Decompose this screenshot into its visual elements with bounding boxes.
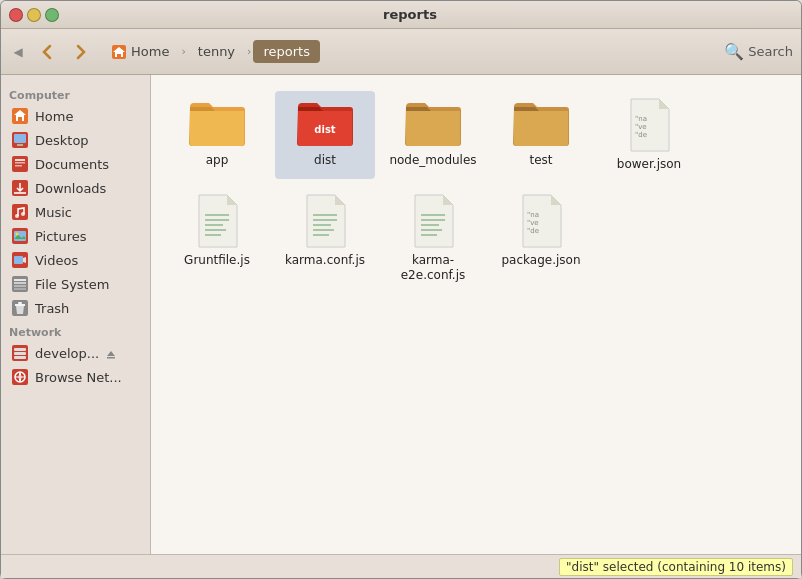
sidebar-documents-label: Documents [35,157,109,172]
downloads-sidebar-icon [11,179,29,197]
folder-icon-app [187,97,247,149]
sidebar-desktop-label: Desktop [35,133,89,148]
sidebar-home-label: Home [35,109,73,124]
svg-rect-18 [14,256,23,264]
svg-text:"na: "na [527,211,539,219]
sidebar-item-pictures[interactable]: Pictures [3,224,148,248]
music-sidebar-icon [11,203,29,221]
svg-rect-29 [14,352,26,355]
sidebar-browsenet-label: Browse Net... [35,370,122,385]
breadcrumb: Home › tenny › reports [101,40,718,64]
file-item-package[interactable]: "na "ve "de package.json [491,187,591,290]
desktop-sidebar-icon [11,131,29,149]
back-button[interactable] [33,38,61,66]
forward-button[interactable] [67,38,95,66]
file-name-app: app [206,153,229,169]
svg-text:"de: "de [527,227,539,235]
file-name-dist: dist [314,153,336,169]
close-button[interactable] [9,8,23,22]
breadcrumb-tenny-label: tenny [198,44,235,59]
svg-rect-6 [15,159,25,161]
sidebar-item-videos[interactable]: Videos [3,248,148,272]
js-icon-karma-conf [301,193,349,249]
sidebar-item-filesystem[interactable]: File System [3,272,148,296]
sidebar-pictures-label: Pictures [35,229,86,244]
file-item-gruntfile[interactable]: Gruntfile.js [167,187,267,290]
svg-rect-30 [14,356,26,359]
sidebar-item-music[interactable]: Music [3,200,148,224]
back-icon [37,42,57,62]
breadcrumb-home[interactable]: Home [101,40,179,64]
documents-sidebar-icon [11,155,29,173]
file-item-dist[interactable]: dist dist [275,91,375,179]
pictures-sidebar-icon [11,227,29,245]
sidebar-item-develop[interactable]: develop... [3,341,148,365]
file-item-test[interactable]: test [491,91,591,179]
sidebar-trash-label: Trash [35,301,69,316]
file-item-karma-conf[interactable]: karma.conf.js [275,187,375,290]
json-icon-package: "na "ve "de [517,193,565,249]
panel-toggle-button[interactable]: ◀ [9,38,27,66]
file-item-karma-e2e[interactable]: karma-e2e.conf.js [383,187,483,290]
main-area: Computer Home Desktop [1,75,801,554]
forward-icon [71,42,91,62]
file-grid: app dist dist [167,91,785,290]
svg-rect-22 [14,285,26,287]
svg-text:dist: dist [314,124,336,135]
svg-rect-4 [17,144,23,146]
toolbar: ◀ Home › tenny › [1,29,801,75]
file-name-gruntfile: Gruntfile.js [184,253,250,269]
folder-icon-node-modules [403,97,463,149]
file-item-node-modules[interactable]: node_modules [383,91,483,179]
svg-text:"ve: "ve [527,219,539,227]
breadcrumb-reports[interactable]: reports [253,40,319,63]
svg-rect-5 [12,156,28,172]
sidebar-downloads-label: Downloads [35,181,106,196]
folder-icon-dist: dist [295,97,355,149]
sidebar-item-documents[interactable]: Documents [3,152,148,176]
breadcrumb-home-label: Home [131,44,169,59]
home-sidebar-icon [11,107,29,125]
sidebar-item-desktop[interactable]: Desktop [3,128,148,152]
file-name-karma-e2e: karma-e2e.conf.js [389,253,477,284]
svg-rect-25 [15,304,25,306]
statusbar: "dist" selected (containing 10 items) [1,554,801,578]
svg-rect-21 [14,282,26,284]
sidebar-item-home[interactable]: Home [3,104,148,128]
titlebar: reports [1,1,801,29]
sidebar-item-downloads[interactable]: Downloads [3,176,148,200]
svg-point-12 [15,214,19,218]
svg-text:"ve: "ve [635,123,647,131]
eject-icon [105,347,117,359]
file-name-node-modules: node_modules [389,153,476,169]
file-item-bower[interactable]: "na "ve "de bower.json [599,91,699,179]
svg-rect-15 [14,231,26,241]
svg-rect-31 [107,357,115,359]
sidebar-music-label: Music [35,205,72,220]
sidebar-videos-label: Videos [35,253,78,268]
file-name-test: test [529,153,552,169]
sidebar-item-trash[interactable]: Trash [3,296,148,320]
maximize-button[interactable] [45,8,59,22]
breadcrumb-reports-label: reports [263,44,309,59]
svg-rect-11 [12,204,28,220]
svg-text:"na: "na [635,115,647,123]
search-box[interactable]: 🔍 Search [724,42,793,61]
sidebar-section-network: Network [1,320,150,341]
window-title: reports [67,7,753,22]
home-icon [111,44,127,60]
svg-rect-3 [14,134,26,143]
sidebar-filesystem-label: File System [35,277,109,292]
file-item-app[interactable]: app [167,91,267,179]
minimize-button[interactable] [27,8,41,22]
sidebar-develop-label: develop... [35,346,99,361]
window: reports ◀ Home › tenny [0,0,802,579]
breadcrumb-sep-1: › [181,45,185,58]
sidebar-section-computer: Computer [1,83,150,104]
breadcrumb-tenny[interactable]: tenny [188,40,245,63]
sidebar-item-browsenet[interactable]: Browse Net... [3,365,148,389]
search-icon: 🔍 [724,42,744,61]
filesystem-sidebar-icon [11,275,29,293]
file-name-package: package.json [501,253,580,269]
folder-icon-test [511,97,571,149]
